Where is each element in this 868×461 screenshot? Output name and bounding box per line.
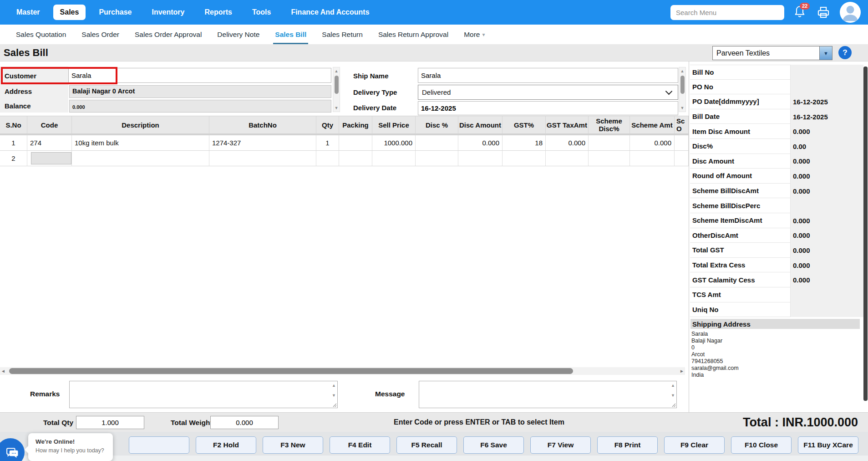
cell-r1-c13: 0.000 — [630, 135, 675, 151]
nav-item-reports[interactable]: Reports — [198, 5, 239, 20]
cell-r2-c13[interactable] — [630, 151, 675, 166]
total-qty-input[interactable] — [76, 416, 144, 429]
summary-label: PO No — [690, 80, 791, 95]
chat-popup[interactable]: We're Online! How may I help you today? — [28, 433, 113, 461]
item-code-input[interactable] — [31, 152, 71, 164]
scroll-up-icon[interactable]: ▲ — [333, 69, 340, 73]
item-entry-hint: Enter Code or press ENTER or TAB to sele… — [394, 418, 564, 426]
cell-r1-c4: 1274-327 — [209, 135, 316, 151]
fn-button-f2-hold[interactable]: F2 Hold — [196, 436, 256, 454]
search-input[interactable] — [670, 5, 784, 20]
fn-button-f9-clear[interactable]: F9 Clear — [664, 436, 725, 454]
page-scrollbar[interactable] — [863, 67, 868, 401]
notifications-button[interactable]: 22 — [793, 5, 807, 20]
summary-label: TCS Amt — [690, 287, 791, 302]
fn-button-f3-new[interactable]: F3 New — [263, 436, 323, 454]
shipping-address-line: sarala@gmail.com — [691, 365, 739, 372]
cell-r2-c3[interactable] — [72, 151, 209, 166]
company-select-arrow-icon[interactable]: ▼ — [819, 46, 832, 60]
scroll-down-icon[interactable]: ▼ — [671, 393, 675, 398]
scroll-down-icon[interactable]: ▼ — [679, 106, 685, 110]
company-select[interactable]: Parveen Textiles ▼ — [712, 46, 832, 60]
tab-sales-return[interactable]: Sales Return — [322, 25, 363, 44]
fn-button-blank[interactable] — [129, 436, 189, 454]
scroll-up-icon[interactable]: ▲ — [679, 69, 685, 73]
chat-status: We're Online! — [36, 438, 113, 445]
column-header-code: Code — [27, 116, 72, 133]
message-label: Message — [375, 390, 405, 398]
remarks-textarea[interactable]: ▲ ▼ — [69, 381, 338, 408]
user-avatar[interactable] — [840, 2, 861, 23]
summary-row-scheme-billdiscperc: Scheme BillDiscPerc — [690, 198, 863, 213]
nav-item-sales[interactable]: Sales — [53, 5, 86, 20]
cell-r1-c7: 1000.000 — [372, 135, 416, 151]
help-button[interactable]: ? — [838, 46, 852, 59]
fn-button-f6-save[interactable]: F6 Save — [463, 436, 524, 454]
tab-delivery-note[interactable]: Delivery Note — [217, 25, 259, 44]
fn-button-f7-view[interactable]: F7 View — [530, 436, 591, 454]
scroll-thumb[interactable] — [335, 76, 339, 94]
summary-row-uniq-no: Uniq No — [690, 302, 863, 318]
scroll-down-icon[interactable]: ▼ — [333, 106, 340, 110]
tab-sales-return-approval[interactable]: Sales Return Approval — [378, 25, 448, 44]
fn-button-f8-print[interactable]: F8 Print — [597, 436, 658, 454]
resize-grip-icon[interactable] — [331, 402, 337, 407]
tab-sales-order-approval[interactable]: Sales Order Approval — [135, 25, 202, 44]
page-title: Sales Bill — [0, 47, 48, 59]
fn-button-f10-close[interactable]: F10 Close — [731, 436, 792, 454]
scroll-up-icon[interactable]: ▲ — [671, 383, 675, 388]
balance-label: Balance — [5, 102, 31, 110]
cell-r2-c8[interactable] — [416, 151, 458, 166]
tab-sales-bill[interactable]: Sales Bill — [275, 25, 306, 44]
print-button[interactable] — [816, 5, 831, 19]
scroll-down-icon[interactable]: ▼ — [332, 393, 336, 398]
cell-r2-c4[interactable] — [209, 151, 316, 166]
column-header-gst: GST% — [503, 116, 546, 133]
resize-grip-icon[interactable] — [670, 402, 676, 407]
nav-item-tools[interactable]: Tools — [245, 5, 278, 20]
cell-r2-c12[interactable] — [589, 151, 630, 166]
cell-r2-c5[interactable] — [316, 151, 339, 166]
tab-sales-order[interactable]: Sales Order — [81, 25, 119, 44]
shipping-address-line: India — [691, 372, 739, 379]
customer-form-scrollbar[interactable]: ▲ ▼ — [333, 67, 340, 112]
scroll-left-icon[interactable]: ◄ — [1, 368, 5, 374]
scroll-thumb[interactable] — [680, 76, 685, 94]
scroll-up-icon[interactable]: ▲ — [332, 383, 336, 388]
ship-name-input[interactable] — [418, 68, 678, 83]
nav-item-finance-and-accounts[interactable]: Finance And Accounts — [284, 5, 376, 20]
message-textarea[interactable]: ▲ ▼ — [419, 381, 677, 408]
summary-value — [791, 65, 863, 80]
scroll-right-icon[interactable]: ► — [680, 368, 684, 374]
nav-item-purchase[interactable]: Purchase — [92, 5, 138, 20]
cell-r2-c1[interactable]: 2 — [0, 151, 27, 166]
ship-form-scrollbar[interactable]: ▲ ▼ — [679, 67, 686, 112]
cell-r2-c7[interactable] — [372, 151, 416, 166]
table-horizontal-scrollbar[interactable]: ◄ ► — [0, 367, 685, 375]
fn-button-f11-buy-xcare[interactable]: F11 Buy XCare — [798, 436, 858, 454]
panel-divider — [689, 61, 689, 412]
nav-item-master[interactable]: Master — [10, 5, 47, 20]
summary-row-disc-amount: Disc Amount0.000 — [690, 154, 863, 169]
cell-r2-c10[interactable] — [503, 151, 546, 166]
fn-button-f4-edit[interactable]: F4 Edit — [330, 436, 390, 454]
summary-row-gst-calamity-cess: GST Calamity Cess0.000 — [690, 272, 863, 287]
cell-r2-c11[interactable] — [546, 151, 589, 166]
tab-sales-quotation[interactable]: Sales Quotation — [16, 25, 66, 44]
address-field: Balaji Nagar 0 Arcot — [69, 85, 331, 98]
summary-label: Scheme BillDiscPerc — [690, 198, 791, 213]
total-weight-input[interactable] — [210, 416, 279, 429]
delivery-date-input[interactable] — [418, 101, 678, 115]
customer-input[interactable] — [68, 68, 331, 83]
tab-more[interactable]: More▾ — [464, 25, 485, 44]
cell-r2-c2[interactable] — [27, 151, 72, 166]
nav-item-inventory[interactable]: Inventory — [145, 5, 191, 20]
delivery-type-select[interactable]: Delivered — [418, 85, 678, 100]
fn-button-f5-recall[interactable]: F5 Recall — [396, 436, 457, 454]
grand-total: Total : INR.1000.000 — [743, 415, 858, 430]
summary-value: 0.000 — [791, 243, 863, 258]
cell-r2-c6[interactable] — [339, 151, 372, 166]
cell-r2-c9[interactable] — [458, 151, 503, 166]
cell-r2-c14[interactable] — [675, 151, 689, 166]
hscroll-thumb[interactable] — [9, 368, 573, 374]
